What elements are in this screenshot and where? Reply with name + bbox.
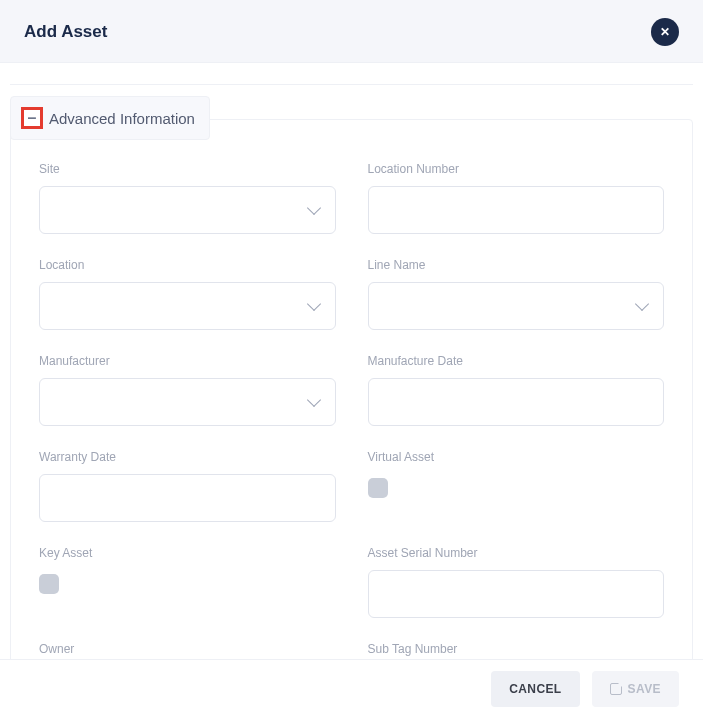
label-warranty-date: Warranty Date — [39, 450, 336, 464]
location-number-input[interactable] — [368, 186, 665, 234]
site-select[interactable] — [39, 186, 336, 234]
close-button[interactable]: ✕ — [651, 18, 679, 46]
line-name-select[interactable] — [368, 282, 665, 330]
location-select[interactable] — [39, 282, 336, 330]
field-manufacturer: Manufacturer — [39, 354, 336, 426]
label-key-asset: Key Asset — [39, 546, 336, 560]
field-location: Location — [39, 258, 336, 330]
label-owner: Owner — [39, 642, 336, 656]
label-manufacturer: Manufacturer — [39, 354, 336, 368]
field-key-asset: Key Asset — [39, 546, 336, 618]
minus-icon: – — [28, 110, 37, 126]
field-site: Site — [39, 162, 336, 234]
modal-footer: CANCEL SAVE — [0, 659, 703, 717]
divider — [10, 71, 693, 85]
manufacture-date-input[interactable] — [368, 378, 665, 426]
label-location: Location — [39, 258, 336, 272]
field-warranty-date: Warranty Date — [39, 450, 336, 522]
field-location-number: Location Number — [368, 162, 665, 234]
label-virtual-asset: Virtual Asset — [368, 450, 665, 464]
chevron-down-icon — [635, 297, 649, 311]
warranty-date-input[interactable] — [39, 474, 336, 522]
save-icon — [610, 683, 622, 695]
save-button[interactable]: SAVE — [592, 671, 679, 707]
advanced-info-panel: – Advanced Information Site Location Num… — [10, 119, 693, 666]
content-scroll[interactable]: – Advanced Information Site Location Num… — [0, 63, 703, 666]
cancel-button[interactable]: CANCEL — [491, 671, 579, 707]
label-sub-tag-number: Sub Tag Number — [368, 642, 665, 656]
chevron-down-icon — [306, 201, 320, 215]
label-line-name: Line Name — [368, 258, 665, 272]
key-asset-checkbox[interactable] — [39, 574, 59, 594]
modal-header: Add Asset ✕ — [0, 0, 703, 63]
chevron-down-icon — [306, 297, 320, 311]
field-virtual-asset: Virtual Asset — [368, 450, 665, 522]
manufacturer-select[interactable] — [39, 378, 336, 426]
panel-title: Advanced Information — [49, 110, 195, 127]
panel-header[interactable]: – Advanced Information — [10, 96, 210, 140]
form-grid: Site Location Number Location — [39, 162, 664, 666]
virtual-asset-checkbox[interactable] — [368, 478, 388, 498]
close-icon: ✕ — [660, 25, 670, 39]
chevron-down-icon — [306, 393, 320, 407]
label-location-number: Location Number — [368, 162, 665, 176]
field-asset-serial-number: Asset Serial Number — [368, 546, 665, 618]
asset-serial-number-input[interactable] — [368, 570, 665, 618]
label-site: Site — [39, 162, 336, 176]
field-line-name: Line Name — [368, 258, 665, 330]
modal-title: Add Asset — [24, 22, 107, 42]
label-manufacture-date: Manufacture Date — [368, 354, 665, 368]
label-asset-serial-number: Asset Serial Number — [368, 546, 665, 560]
field-manufacture-date: Manufacture Date — [368, 354, 665, 426]
collapse-toggle[interactable]: – — [21, 107, 43, 129]
